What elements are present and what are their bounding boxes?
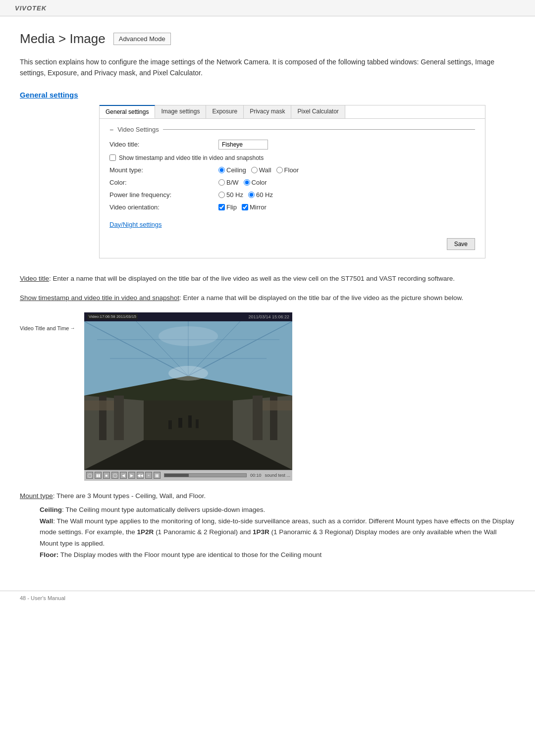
cam-ctrl-8[interactable]: + xyxy=(145,472,152,479)
show-timestamp-row: Show timestamp and video title in video … xyxy=(109,154,475,161)
day-night-link[interactable]: Day/Night settings xyxy=(109,221,162,228)
mount-wall-option[interactable]: Wall xyxy=(251,166,271,174)
svg-rect-19 xyxy=(178,418,182,428)
cam-ctrl-9[interactable]: ▦ xyxy=(154,472,160,479)
video-title-desc-section: Video title: Enter a name that will be d… xyxy=(20,273,515,284)
mount-type-desc-label: Mount type xyxy=(20,492,53,500)
mount-ceiling-radio[interactable] xyxy=(218,167,225,173)
cam-bottom-bar: ◯ ▮▮ ■ ◯ ◀ ▶ ◀◀ + ▦ 00:10 sound test ... xyxy=(84,470,292,481)
cam-ctrl-7[interactable]: ◀◀ xyxy=(137,472,144,479)
mount-wall-radio[interactable] xyxy=(251,167,258,173)
color-label: Color: xyxy=(109,179,218,186)
power-freq-radio-group: 50 Hz 60 Hz xyxy=(218,191,273,199)
cam-top-bar: Video:17:06:58 2011/03/15 2011/03/14 15:… xyxy=(84,312,292,321)
orient-mirror-option[interactable]: Mirror xyxy=(242,203,267,211)
mount-floor-option[interactable]: Floor xyxy=(276,166,299,174)
freq-50-radio[interactable] xyxy=(218,192,225,198)
tabs-row: General settings Image settings Exposure… xyxy=(100,105,485,119)
page-title: Media > Image xyxy=(20,31,106,47)
svg-rect-20 xyxy=(188,415,192,428)
orientation-label: Video orientation: xyxy=(109,203,218,211)
wall-desc-para: Wall: The Wall mount type applies to the… xyxy=(40,516,515,550)
section-divider xyxy=(163,129,475,130)
tab-pixel-calculator[interactable]: Pixel Calculator xyxy=(291,105,345,118)
mount-type-row: Mount type: Ceiling Wall Floor xyxy=(109,166,475,174)
floor-desc-para: Floor: The Display modes with the Floor … xyxy=(40,550,515,561)
day-night-row: Day/Night settings xyxy=(109,217,475,228)
tab-privacy-mask[interactable]: Privacy mask xyxy=(244,105,291,118)
svg-rect-15 xyxy=(253,396,263,440)
cam-ctrl-1[interactable]: ◯ xyxy=(86,472,93,479)
freq-60-option[interactable]: 60 Hz xyxy=(248,191,273,199)
orient-flip-option[interactable]: Flip xyxy=(218,203,237,211)
orient-mirror-checkbox[interactable] xyxy=(242,204,248,210)
video-settings-label: Video Settings xyxy=(117,126,159,133)
video-title-time-label-area: Video Title and Time → xyxy=(20,325,75,331)
tab-general-settings[interactable]: General settings xyxy=(100,105,155,118)
cam-ctrl-4[interactable]: ◯ xyxy=(111,472,118,479)
arrow-icon: → xyxy=(70,325,75,331)
settings-panel: General settings Image settings Exposure… xyxy=(99,105,485,258)
cam-ctrl-3[interactable]: ■ xyxy=(103,472,110,479)
show-timestamp-desc-section: Show timestamp and video title in video … xyxy=(20,293,515,303)
video-settings-header: − Video Settings xyxy=(109,126,475,134)
show-timestamp-label: Show timestamp and video title in video … xyxy=(119,154,264,161)
intro-paragraph: This section explains how to configure t… xyxy=(20,56,515,79)
ceiling-desc-para: Ceiling: The Ceiling mount type automati… xyxy=(40,504,515,516)
wall-bold3: 1P3R xyxy=(253,528,269,536)
mount-type-radio-group: Ceiling Wall Floor xyxy=(218,166,299,174)
header: VIVOTEK xyxy=(0,0,535,16)
cam-progress-bar[interactable] xyxy=(164,473,247,477)
ceiling-desc-text: : The Ceiling mount type automatically d… xyxy=(62,506,265,513)
cam-total-time: sound test ... xyxy=(265,473,290,478)
video-title-input[interactable] xyxy=(218,140,268,150)
show-timestamp-desc-text: : Enter a name that will be displayed on… xyxy=(179,294,463,302)
svg-point-24 xyxy=(159,326,218,346)
mount-type-label: Mount type: xyxy=(109,166,218,174)
orientation-group: Flip Mirror xyxy=(218,203,267,211)
mount-floor-radio[interactable] xyxy=(276,167,283,173)
cam-ctrl-6[interactable]: ▶ xyxy=(128,472,135,479)
general-settings-heading: General settings xyxy=(20,91,515,99)
floor-bold: Floor: xyxy=(40,551,58,558)
page-title-row: Media > Image Advanced Mode xyxy=(20,31,515,47)
mount-ceiling-option[interactable]: Ceiling xyxy=(218,166,246,174)
cam-ctrl-5[interactable]: ◀ xyxy=(120,472,127,479)
cam-top-left-text: Video:17:06:58 2011/03/15 xyxy=(87,314,138,319)
svg-rect-21 xyxy=(196,419,199,428)
page-footer: 48 - User's Manual xyxy=(0,591,535,605)
color-color-radio[interactable] xyxy=(244,179,250,186)
show-timestamp-checkbox[interactable] xyxy=(109,154,116,161)
brand-logo: VIVOTEK xyxy=(15,4,47,12)
wall-desc2-text: (1 Panoramic & 2 Regional) and xyxy=(154,528,253,536)
freq-50-option[interactable]: 50 Hz xyxy=(218,191,243,199)
collapse-icon[interactable]: − xyxy=(109,126,113,134)
color-color-option[interactable]: Color xyxy=(244,179,267,186)
svg-point-23 xyxy=(168,366,208,381)
mount-type-section: Mount type: There are 3 Mount types - Ce… xyxy=(20,491,515,502)
svg-rect-13 xyxy=(114,396,124,440)
advanced-mode-button[interactable]: Advanced Mode xyxy=(113,33,171,45)
tab-image-settings[interactable]: Image settings xyxy=(155,105,206,118)
video-title-desc-label: Video title xyxy=(20,275,49,282)
mount-body: Ceiling: The Ceiling mount type automati… xyxy=(20,504,515,561)
cam-time-display: 00:10 xyxy=(250,473,262,478)
save-button[interactable]: Save xyxy=(447,238,475,250)
camera-image-container: Video:17:06:58 2011/03/15 2011/03/14 15:… xyxy=(84,312,292,481)
mount-type-desc-text: : There are 3 Mount types - Ceiling, Wal… xyxy=(53,492,206,500)
power-freq-row: Power line frequency: 50 Hz 60 Hz xyxy=(109,191,475,199)
svg-rect-22 xyxy=(168,420,172,429)
tab-exposure[interactable]: Exposure xyxy=(206,105,244,118)
orient-flip-checkbox[interactable] xyxy=(218,204,225,210)
video-title-label: Video title: xyxy=(109,141,218,148)
svg-rect-18 xyxy=(263,401,292,410)
video-title-desc-text: : Enter a name that will be displayed on… xyxy=(49,275,455,282)
camera-screenshot-area: Video Title and Time → Video:17:06:58 20… xyxy=(20,312,515,481)
color-bw-radio[interactable] xyxy=(218,179,225,186)
cam-scene xyxy=(84,321,292,470)
ceiling-bold: Ceiling xyxy=(40,506,62,513)
cam-ctrl-2[interactable]: ▮▮ xyxy=(95,472,102,479)
cam-scene-svg xyxy=(84,321,292,470)
freq-60-radio[interactable] xyxy=(248,192,255,198)
color-bw-option[interactable]: B/W xyxy=(218,179,239,186)
